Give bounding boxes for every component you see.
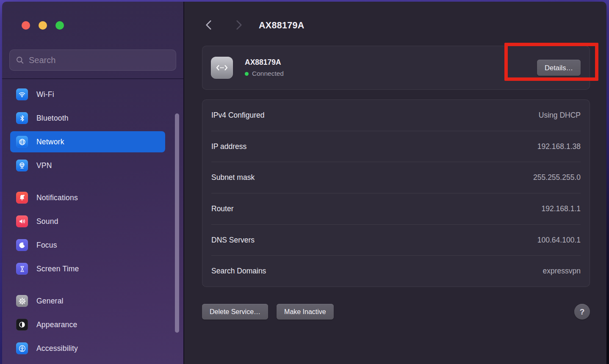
bell-icon bbox=[16, 192, 28, 204]
sidebar-item-bluetooth[interactable]: Bluetooth bbox=[10, 108, 165, 129]
setting-value: expressvpn bbox=[543, 267, 581, 276]
gear-icon bbox=[16, 295, 28, 307]
setting-value: 192.168.1.1 bbox=[542, 204, 581, 213]
setting-value: 192.168.1.38 bbox=[537, 142, 581, 151]
ip-settings-card: IPv4 Configured Using DHCP IP address 19… bbox=[202, 99, 590, 287]
setting-label: Subnet mask bbox=[211, 173, 255, 182]
page-title: AX88179A bbox=[259, 20, 304, 31]
adapter-summary-card: AX88179A Connected Details… bbox=[202, 46, 590, 90]
sidebar-item-label: Appearance bbox=[36, 320, 77, 329]
search-input[interactable] bbox=[29, 55, 170, 65]
forward-button[interactable] bbox=[234, 19, 244, 30]
sidebar-item-label: Sound bbox=[36, 217, 58, 226]
sidebar-group-system: General Appearance Access bbox=[10, 290, 165, 359]
sidebar-item-label: Notifications bbox=[36, 193, 78, 202]
sidebar-item-accessibility[interactable]: Accessibility bbox=[10, 338, 165, 359]
setting-value: 100.64.100.1 bbox=[537, 236, 581, 245]
wifi-icon bbox=[16, 88, 28, 100]
sidebar-item-screen-time[interactable]: Screen Time bbox=[10, 258, 165, 279]
sidebar-item-label: Bluetooth bbox=[36, 114, 69, 123]
setting-value: 255.255.255.0 bbox=[533, 173, 581, 182]
contrast-icon bbox=[16, 319, 28, 331]
sidebar-item-sound[interactable]: Sound bbox=[10, 211, 165, 232]
help-button[interactable]: ? bbox=[574, 304, 590, 320]
traffic-lights bbox=[22, 21, 64, 30]
sidebar-item-network[interactable]: Network bbox=[10, 131, 165, 152]
sidebar-item-label: Focus bbox=[36, 241, 57, 250]
details-button[interactable]: Details… bbox=[537, 60, 581, 76]
hourglass-icon bbox=[16, 263, 28, 275]
accessibility-icon bbox=[16, 342, 28, 354]
sidebar-item-appearance[interactable]: Appearance bbox=[10, 314, 165, 335]
setting-label: DNS Servers bbox=[211, 236, 255, 245]
sidebar-divider bbox=[2, 78, 183, 79]
sidebar-item-label: General bbox=[36, 297, 64, 306]
setting-row-ip-address: IP address 192.168.1.38 bbox=[202, 131, 590, 162]
sidebar-group-alerts: Notifications Sound Focus bbox=[10, 187, 165, 279]
ethernet-adapter-icon bbox=[211, 57, 233, 79]
sidebar-item-notifications[interactable]: Notifications bbox=[10, 187, 165, 208]
globe-icon bbox=[16, 136, 28, 148]
sidebar-item-label: Screen Time bbox=[36, 265, 79, 273]
back-chevron-icon bbox=[205, 20, 212, 30]
search-icon bbox=[16, 56, 24, 64]
vpn-globe-icon bbox=[16, 160, 28, 171]
footer-actions: Delete Service… Make Inactive ? bbox=[202, 304, 590, 320]
sidebar-item-wifi[interactable]: Wi-Fi bbox=[10, 84, 165, 105]
sidebar-item-vpn[interactable]: VPN bbox=[10, 155, 165, 176]
setting-label: Router bbox=[211, 204, 234, 213]
setting-row-ipv4-configured: IPv4 Configured Using DHCP bbox=[202, 100, 590, 131]
setting-row-subnet-mask: Subnet mask 255.255.255.0 bbox=[202, 162, 590, 193]
sidebar-item-label: Accessibility bbox=[36, 344, 78, 353]
sidebar-item-focus[interactable]: Focus bbox=[10, 234, 165, 256]
setting-row-router: Router 192.168.1.1 bbox=[202, 193, 590, 224]
sidebar-group-connectivity: Wi-Fi Bluetooth Network bbox=[10, 84, 165, 176]
speaker-icon bbox=[16, 215, 28, 227]
sidebar-item-label: Network bbox=[36, 138, 64, 146]
moon-icon bbox=[16, 239, 28, 251]
setting-value: Using DHCP bbox=[539, 111, 581, 120]
sidebar-item-general[interactable]: General bbox=[10, 290, 165, 312]
minimize-window-button[interactable] bbox=[39, 21, 47, 30]
make-inactive-button[interactable]: Make Inactive bbox=[277, 304, 334, 320]
connection-status: Connected bbox=[252, 70, 284, 77]
system-settings-window: Wi-Fi Bluetooth Network bbox=[2, 2, 606, 364]
close-window-button[interactable] bbox=[22, 21, 30, 30]
adapter-name: AX88179A bbox=[245, 58, 284, 67]
sidebar-scrollbar[interactable] bbox=[175, 113, 179, 333]
setting-label: Search Domains bbox=[211, 267, 266, 276]
setting-label: IP address bbox=[211, 142, 246, 151]
back-button[interactable] bbox=[204, 19, 213, 30]
sidebar-nav: Wi-Fi Bluetooth Network bbox=[10, 84, 165, 361]
connected-status-dot bbox=[245, 72, 249, 76]
sidebar-item-label: VPN bbox=[36, 161, 52, 170]
delete-service-button[interactable]: Delete Service… bbox=[202, 304, 268, 320]
bluetooth-icon bbox=[16, 112, 28, 124]
sidebar: Wi-Fi Bluetooth Network bbox=[2, 2, 183, 364]
setting-row-dns-servers: DNS Servers 100.64.100.1 bbox=[202, 225, 590, 256]
sidebar-item-label: Wi-Fi bbox=[36, 90, 54, 99]
setting-row-search-domains: Search Domains expressvpn bbox=[202, 256, 590, 287]
network-detail-panel: AX88179A AX88179A Connected Details… bbox=[184, 2, 606, 364]
setting-label: IPv4 Configured bbox=[211, 111, 265, 120]
zoom-window-button[interactable] bbox=[55, 21, 64, 30]
search-field[interactable] bbox=[9, 50, 176, 71]
forward-chevron-icon bbox=[236, 20, 242, 30]
